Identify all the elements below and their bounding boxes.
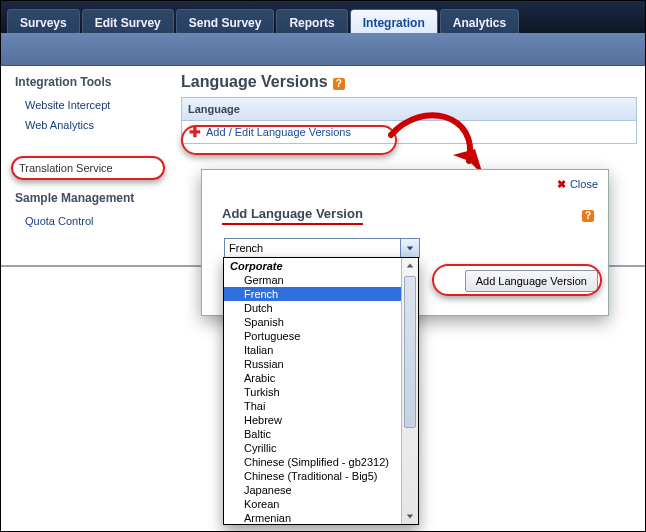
sidebar-heading-integration: Integration Tools bbox=[1, 65, 171, 95]
add-edit-row[interactable]: ✚ Add / Edit Language Versions bbox=[181, 121, 637, 144]
page-title: Language Versions bbox=[181, 73, 328, 90]
dropdown-option[interactable]: Armenian bbox=[224, 511, 401, 524]
plus-icon: ✚ bbox=[188, 125, 202, 139]
language-dropdown-list: CorporateGermanFrenchDutchSpanishPortugu… bbox=[223, 257, 419, 525]
dropdown-option[interactable]: Cyrillic bbox=[224, 441, 401, 455]
chevron-down-icon[interactable] bbox=[400, 239, 419, 257]
sidebar-item-website-intercept[interactable]: Website Intercept bbox=[1, 95, 171, 115]
scrollbar[interactable] bbox=[401, 258, 418, 524]
tab-reports[interactable]: Reports bbox=[276, 9, 347, 36]
add-language-version-button[interactable]: Add Language Version bbox=[465, 270, 598, 292]
main-panel: Language Versions ? Language ✚ Add / Edi… bbox=[181, 73, 637, 144]
sidebar-item-quota-control[interactable]: Quota Control bbox=[1, 211, 171, 231]
dropdown-option[interactable]: Baltic bbox=[224, 427, 401, 441]
dropdown-option[interactable]: Thai bbox=[224, 399, 401, 413]
dropdown-option[interactable]: Japanese bbox=[224, 483, 401, 497]
dropdown-option[interactable]: Chinese (Traditional - Big5) bbox=[224, 469, 401, 483]
sidebar-item-translation-service[interactable]: Translation Service bbox=[11, 156, 165, 180]
tab-surveys[interactable]: Surveys bbox=[7, 9, 80, 36]
close-button[interactable]: ✖Close bbox=[557, 178, 598, 191]
close-icon: ✖ bbox=[557, 178, 566, 190]
dropdown-option[interactable]: German bbox=[224, 273, 401, 287]
sub-header-bar bbox=[1, 33, 645, 66]
dropdown-option[interactable]: Italian bbox=[224, 343, 401, 357]
dropdown-option[interactable]: Chinese (Simplified - gb2312) bbox=[224, 455, 401, 469]
scroll-thumb[interactable] bbox=[404, 276, 416, 428]
dialog-heading: Add Language Version bbox=[222, 206, 363, 225]
help-icon[interactable]: ? bbox=[333, 78, 345, 90]
language-select-value: French bbox=[229, 242, 263, 254]
sidebar-heading-sample: Sample Management bbox=[1, 181, 171, 211]
dropdown-option[interactable]: Dutch bbox=[224, 301, 401, 315]
tab-integration[interactable]: Integration bbox=[350, 9, 438, 36]
language-grid-header: Language bbox=[181, 97, 637, 121]
dropdown-group-label: Corporate bbox=[224, 259, 401, 273]
dropdown-option[interactable]: Hebrew bbox=[224, 413, 401, 427]
dropdown-option[interactable]: Portuguese bbox=[224, 329, 401, 343]
scroll-down-icon[interactable] bbox=[402, 508, 418, 524]
add-edit-language-link[interactable]: Add / Edit Language Versions bbox=[206, 126, 351, 138]
tab-analytics[interactable]: Analytics bbox=[440, 9, 519, 36]
help-icon[interactable]: ? bbox=[582, 210, 594, 222]
sidebar: Integration Tools Website Intercept Web … bbox=[1, 65, 171, 267]
dropdown-option[interactable]: Korean bbox=[224, 497, 401, 511]
tab-send-survey[interactable]: Send Survey bbox=[176, 9, 275, 36]
scroll-up-icon[interactable] bbox=[402, 258, 418, 274]
dropdown-option[interactable]: Turkish bbox=[224, 385, 401, 399]
top-nav: Surveys Edit Survey Send Survey Reports … bbox=[1, 1, 645, 33]
sidebar-item-web-analytics[interactable]: Web Analytics bbox=[1, 115, 171, 135]
dropdown-option[interactable]: French bbox=[224, 287, 401, 301]
language-select[interactable]: French bbox=[224, 238, 420, 258]
dropdown-option[interactable]: Spanish bbox=[224, 315, 401, 329]
dropdown-option[interactable]: Arabic bbox=[224, 371, 401, 385]
dropdown-option[interactable]: Russian bbox=[224, 357, 401, 371]
tab-edit-survey[interactable]: Edit Survey bbox=[82, 9, 174, 36]
